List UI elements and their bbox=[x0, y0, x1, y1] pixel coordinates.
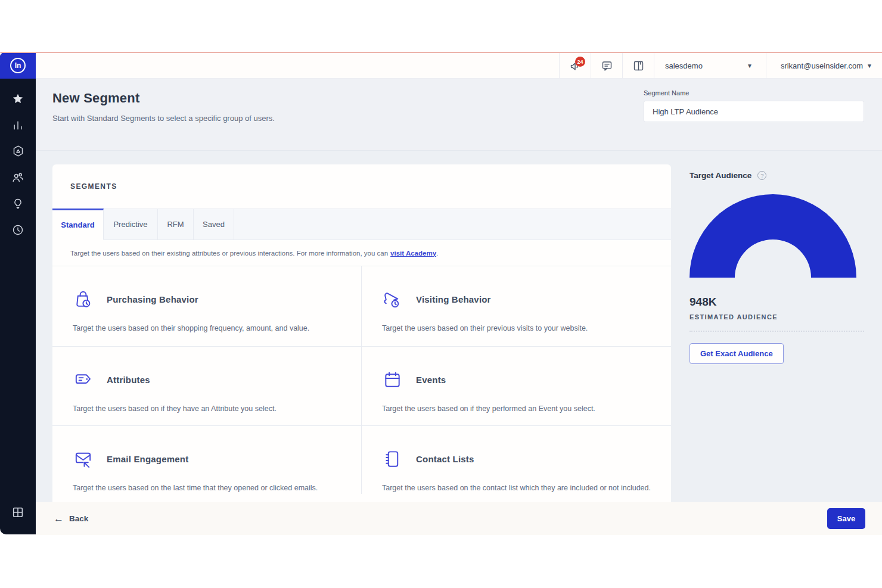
user-email: srikant@useinsider.com bbox=[781, 61, 863, 70]
sidebar-item-products[interactable] bbox=[11, 144, 25, 158]
screen: In bbox=[0, 0, 882, 588]
segment-cards-grid: Purchasing Behavior Target the users bas… bbox=[52, 266, 671, 494]
workspace-selector[interactable]: salesdemo ▼ bbox=[654, 52, 766, 79]
history-clock-icon bbox=[12, 224, 24, 236]
semicircle-gauge-icon bbox=[690, 194, 856, 278]
save-button[interactable]: Save bbox=[827, 508, 865, 529]
estimated-audience-value: 948K bbox=[690, 295, 864, 309]
card-visiting-behavior[interactable]: Visiting Behavior Target the users based… bbox=[362, 266, 671, 347]
chevron-down-icon: ▼ bbox=[747, 63, 753, 69]
tabs-filler bbox=[234, 209, 671, 240]
card-desc: Target the users based on the contact li… bbox=[382, 482, 653, 494]
card-title: Purchasing Behavior bbox=[107, 294, 198, 304]
lightbulb-icon bbox=[12, 198, 24, 210]
chevron-down-icon: ▼ bbox=[867, 63, 872, 69]
docs-book-icon bbox=[632, 60, 645, 72]
docs-button[interactable] bbox=[622, 52, 654, 79]
insider-logo[interactable]: In bbox=[0, 52, 36, 79]
card-attributes[interactable]: Attributes Target the users based on if … bbox=[52, 347, 362, 426]
target-audience-title: Target Audience bbox=[690, 171, 751, 180]
card-contact-lists[interactable]: Contact Lists Target the users based on … bbox=[362, 426, 671, 494]
dotted-divider bbox=[690, 331, 864, 332]
calendar-icon bbox=[382, 369, 403, 390]
card-title: Attributes bbox=[107, 375, 150, 385]
star-icon bbox=[11, 92, 24, 105]
tab-rfm[interactable]: RFM bbox=[158, 209, 194, 240]
back-label: Back bbox=[69, 514, 88, 523]
page-title: New Segment bbox=[52, 91, 139, 106]
notification-badge: 24 bbox=[575, 57, 585, 67]
sidebar-nav bbox=[11, 92, 25, 505]
card-events[interactable]: Events Target the users based on if they… bbox=[362, 347, 671, 426]
hexagon-product-icon bbox=[12, 145, 24, 157]
notebook-icon bbox=[382, 449, 403, 469]
user-menu[interactable]: srikant@useinsider.com ▼ bbox=[766, 52, 882, 79]
insider-logo-icon: In bbox=[10, 58, 26, 73]
tab-info-row: Target the users based on their existing… bbox=[52, 240, 671, 266]
feedback-chat-button[interactable] bbox=[591, 52, 622, 79]
email-arrow-icon bbox=[73, 449, 94, 469]
shopping-bag-clock-icon bbox=[73, 289, 94, 310]
card-title: Email Engagement bbox=[107, 454, 188, 464]
back-arrow-icon: ← bbox=[54, 513, 64, 525]
tab-saved[interactable]: Saved bbox=[194, 209, 234, 240]
sidebar: In bbox=[0, 52, 36, 534]
card-purchasing-behavior[interactable]: Purchasing Behavior Target the users bas… bbox=[52, 266, 362, 347]
page-subtitle: Start with Standard Segments to select a… bbox=[52, 114, 275, 123]
notifications-button[interactable]: 24 bbox=[559, 52, 591, 79]
get-exact-audience-button[interactable]: Get Exact Audience bbox=[690, 343, 784, 364]
top-accent-line bbox=[0, 52, 882, 53]
sidebar-item-audience[interactable] bbox=[11, 170, 25, 184]
estimated-audience-label: ESTIMATED AUDIENCE bbox=[690, 313, 864, 321]
tab-predictive[interactable]: Predictive bbox=[104, 209, 158, 240]
question-circle-icon[interactable]: ? bbox=[757, 171, 766, 180]
info-period: . bbox=[436, 250, 438, 257]
segment-name-input[interactable] bbox=[644, 101, 864, 122]
card-desc: Target the users based on their previous… bbox=[382, 322, 653, 334]
sidebar-item-apps[interactable] bbox=[11, 505, 25, 519]
card-desc: Target the users based on the last time … bbox=[73, 482, 343, 494]
card-title: Events bbox=[416, 375, 446, 385]
audience-gauge bbox=[690, 194, 856, 278]
sidebar-item-analytics[interactable] bbox=[11, 118, 25, 132]
attribute-tag-icon bbox=[73, 369, 94, 390]
app-window: In bbox=[0, 52, 882, 535]
cursor-clock-icon bbox=[382, 289, 403, 310]
sidebar-item-favorites[interactable] bbox=[11, 92, 25, 105]
card-desc: Target the users based on if they perfor… bbox=[382, 403, 653, 415]
back-button[interactable]: ← Back bbox=[54, 513, 88, 525]
segments-panel-title: SEGMENTS bbox=[52, 164, 671, 209]
bar-chart-icon bbox=[12, 119, 24, 131]
segment-name-group: Segment Name bbox=[644, 89, 864, 122]
visit-academy-link[interactable]: visit Academy bbox=[390, 250, 436, 257]
footer-bar: ← Back Save bbox=[36, 502, 882, 535]
target-audience-panel: Target Audience ? 948K ESTIMATED AUDIENC… bbox=[690, 164, 864, 364]
apps-grid-icon bbox=[11, 506, 24, 519]
card-desc: Target the users based on if they have a… bbox=[73, 403, 343, 415]
audience-people-icon bbox=[11, 171, 24, 184]
card-title: Visiting Behavior bbox=[416, 294, 491, 304]
card-email-engagement[interactable]: Email Engagement Target the users based … bbox=[52, 426, 362, 494]
segments-panel: SEGMENTS Standard Predictive RFM Saved T… bbox=[52, 164, 671, 502]
tab-info-text: Target the users based on their existing… bbox=[70, 250, 388, 257]
segment-name-label: Segment Name bbox=[644, 89, 864, 97]
card-title: Contact Lists bbox=[416, 454, 474, 464]
card-desc: Target the users based on their shopping… bbox=[73, 322, 343, 334]
segments-tabs: Standard Predictive RFM Saved bbox=[52, 209, 671, 240]
topbar: 24 salesdemo ▼ srikant@useinsider.com ▼ bbox=[36, 52, 882, 79]
tab-standard[interactable]: Standard bbox=[52, 209, 104, 240]
chat-icon bbox=[601, 60, 613, 72]
sidebar-item-opportunities[interactable] bbox=[11, 197, 25, 210]
sidebar-item-history[interactable] bbox=[11, 223, 25, 237]
workspace-name: salesdemo bbox=[665, 61, 703, 70]
page-header: New Segment Start with Standard Segments… bbox=[36, 79, 882, 151]
